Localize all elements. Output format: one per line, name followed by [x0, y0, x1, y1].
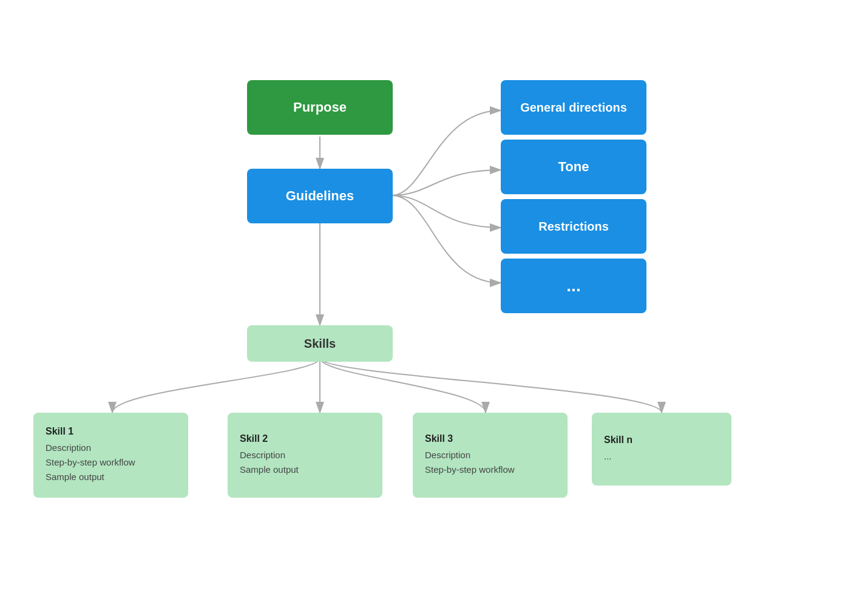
restrictions-node: Restrictions [501, 199, 646, 254]
ellipsis-guidelines-node: ... [501, 259, 646, 313]
guidelines-node: Guidelines [247, 169, 393, 223]
skill1-line2: Step-by-step workflow [46, 455, 135, 470]
guidelines-label: Guidelines [286, 188, 354, 204]
skill1-line1: Description [46, 441, 91, 455]
skill1-line3: Sample output [46, 470, 104, 484]
skill3-line2: Step-by-step workflow [425, 462, 515, 477]
tone-label: Tone [558, 159, 589, 175]
skills-node: Skills [247, 325, 393, 362]
skilln-line1: ... [604, 449, 612, 464]
skilln-node: Skill n ... [592, 413, 731, 486]
skills-label: Skills [304, 337, 336, 351]
skilln-title: Skill n [604, 435, 632, 445]
skill1-node: Skill 1 Description Step-by-step workflo… [33, 413, 188, 498]
skill2-node: Skill 2 Description Sample output [228, 413, 382, 498]
skill3-title: Skill 3 [425, 433, 453, 444]
skill2-line1: Description [240, 448, 285, 462]
general-directions-label: General directions [520, 101, 627, 115]
restrictions-label: Restrictions [538, 220, 609, 234]
skill2-line2: Sample output [240, 462, 299, 477]
general-directions-node: General directions [501, 80, 646, 135]
tone-node: Tone [501, 140, 646, 194]
purpose-node: Purpose [247, 80, 393, 135]
skill2-title: Skill 2 [240, 433, 268, 444]
skill3-node: Skill 3 Description Step-by-step workflo… [413, 413, 568, 498]
purpose-label: Purpose [293, 100, 347, 115]
skill1-title: Skill 1 [46, 426, 73, 437]
skill3-line1: Description [425, 448, 470, 462]
diagram: Purpose Guidelines General directions To… [0, 0, 868, 596]
connectors-svg [0, 0, 868, 596]
ellipsis-guidelines-label: ... [566, 276, 580, 296]
